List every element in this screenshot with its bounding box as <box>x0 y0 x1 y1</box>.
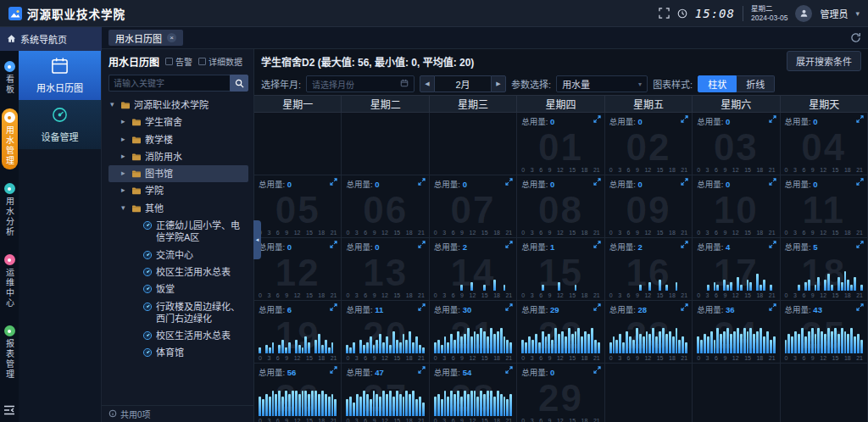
bar <box>298 345 301 353</box>
prev-month-button[interactable]: ◀ <box>420 75 435 92</box>
weekday-cell: 星期四 <box>517 96 604 112</box>
expand-icon[interactable] <box>681 178 688 186</box>
usage-value: 0 <box>463 180 467 189</box>
tree-row[interactable]: ▸教学楼 <box>108 131 248 148</box>
expand-icon[interactable] <box>769 178 776 186</box>
tree-row[interactable]: ▸图书馆 <box>108 165 248 182</box>
bar <box>487 391 489 416</box>
expand-icon[interactable] <box>593 366 601 374</box>
tree-row[interactable]: 校区生活用水总表 <box>108 264 248 280</box>
param-select[interactable]: 用水量 ▾ <box>556 75 648 92</box>
expand-icon[interactable] <box>505 178 513 186</box>
tree-row[interactable]: 行政楼及周边绿化、西门右边绿化 <box>108 298 248 328</box>
usage-value: 0 <box>375 242 379 252</box>
bar <box>298 394 301 416</box>
meter-icon <box>142 284 153 294</box>
expand-icon[interactable] <box>593 115 601 123</box>
expand-icon[interactable] <box>505 241 513 248</box>
caret-icon[interactable]: ▸ <box>121 152 128 162</box>
tree-row[interactable]: 体育馆 <box>108 344 248 361</box>
fullscreen-icon[interactable] <box>659 8 670 19</box>
expand-icon[interactable] <box>330 241 337 248</box>
refresh-icon[interactable] <box>850 32 861 43</box>
user-name[interactable]: 管理员 <box>820 7 848 20</box>
checkbox[interactable]: 详细数据 <box>198 55 242 68</box>
tree-row[interactable]: 正德幼儿园小学、电信学院A区 <box>108 217 248 247</box>
expand-icon[interactable] <box>418 303 426 311</box>
expand-icon[interactable] <box>681 241 688 248</box>
bar <box>652 328 654 353</box>
expand-icon[interactable] <box>856 178 864 186</box>
expand-icon[interactable] <box>593 241 601 248</box>
expand-icon[interactable] <box>856 115 864 123</box>
rail-item[interactable]: 看板 <box>2 58 18 98</box>
rail-item[interactable]: 用水分析 <box>2 180 18 241</box>
rail-item[interactable]: 运维中心 <box>2 251 18 312</box>
caret-icon[interactable]: ▸ <box>121 117 128 127</box>
axis-tick: 9 <box>811 355 815 361</box>
collapse-rail-icon[interactable] <box>3 405 15 415</box>
style-line-button[interactable]: 折线 <box>737 75 775 92</box>
chevron-down-icon[interactable]: ▾ <box>855 9 860 18</box>
expand-icon[interactable] <box>856 241 864 248</box>
expand-icon[interactable] <box>330 303 337 311</box>
axis-tick: 12 <box>294 230 301 236</box>
search-input[interactable] <box>108 75 230 92</box>
tree-row[interactable]: 校区生活用水总表 <box>108 327 248 344</box>
nav-header[interactable]: 系统导航页 <box>0 27 102 51</box>
expand-icon[interactable] <box>418 241 426 248</box>
expand-icon[interactable] <box>330 178 337 186</box>
tab-water-calendar[interactable]: 用水日历图 × <box>108 30 183 46</box>
tree-row[interactable]: ▾其他 <box>108 200 248 217</box>
cell-header: 总用量: 4 <box>697 241 776 253</box>
checkbox-box[interactable] <box>198 58 206 65</box>
caret-icon[interactable]: ▸ <box>121 186 128 196</box>
axis-tick: 18 <box>406 355 413 361</box>
axis-tick: 0 <box>785 167 788 173</box>
caret-icon[interactable]: ▾ <box>110 100 117 110</box>
tree-row[interactable]: ▸学生宿舍 <box>108 114 248 130</box>
expand-icon[interactable] <box>505 366 513 374</box>
expand-icon[interactable] <box>769 115 776 123</box>
next-month-button[interactable]: ▶ <box>491 75 506 92</box>
rail-item[interactable]: 报表管理 <box>2 322 18 383</box>
checkbox[interactable]: 告警 <box>165 55 192 68</box>
expand-icon[interactable] <box>505 303 513 311</box>
expand-icon[interactable] <box>769 241 776 248</box>
expand-icon[interactable] <box>330 366 337 374</box>
style-bar-button[interactable]: 柱状 <box>698 75 737 92</box>
close-icon[interactable]: × <box>167 33 176 42</box>
bar <box>723 331 726 353</box>
tile-device-management[interactable]: 设备管理 <box>19 100 101 149</box>
cell-header: 总用量: 0 <box>346 178 425 190</box>
expand-icon[interactable] <box>593 178 601 186</box>
axis-tick: 6 <box>364 355 367 361</box>
avatar[interactable] <box>795 5 812 22</box>
tile-water-calendar[interactable]: 用水日历图 <box>19 51 101 100</box>
expand-icon[interactable] <box>681 303 688 311</box>
expand-icon[interactable] <box>418 366 426 374</box>
checkbox-box[interactable] <box>165 58 173 65</box>
rail-item[interactable]: 用水管理 <box>2 108 18 169</box>
month-picker[interactable]: 请选择月份 <box>306 75 415 92</box>
collapse-tree-handle[interactable]: ◂ <box>253 220 261 259</box>
tree-row[interactable]: 饭堂 <box>108 280 248 297</box>
expand-search-button[interactable]: 展开搜索条件 <box>787 51 861 71</box>
expand-icon[interactable] <box>769 303 776 311</box>
axis-tick: 6 <box>802 292 805 298</box>
bar <box>265 394 268 416</box>
tree-row[interactable]: ▸消防用水 <box>108 148 248 165</box>
tree-row[interactable]: ▾河源职业技术学院 <box>108 97 248 114</box>
expand-icon[interactable] <box>418 178 426 186</box>
search-button[interactable] <box>230 75 248 92</box>
expand-icon[interactable] <box>681 115 688 123</box>
topbar-right: 15:08 星期二 2024-03-05 管理员 ▾ <box>659 4 860 22</box>
caret-icon[interactable]: ▸ <box>121 135 128 145</box>
tree-row[interactable]: 交流中心 <box>108 247 248 264</box>
expand-icon[interactable] <box>856 303 864 311</box>
caret-icon[interactable]: ▸ <box>121 169 128 179</box>
tree-row[interactable]: ▸学院 <box>108 182 248 199</box>
expand-icon[interactable] <box>593 303 601 311</box>
caret-icon[interactable]: ▾ <box>121 203 128 214</box>
cell-header: 总用量: 0 <box>259 241 337 253</box>
